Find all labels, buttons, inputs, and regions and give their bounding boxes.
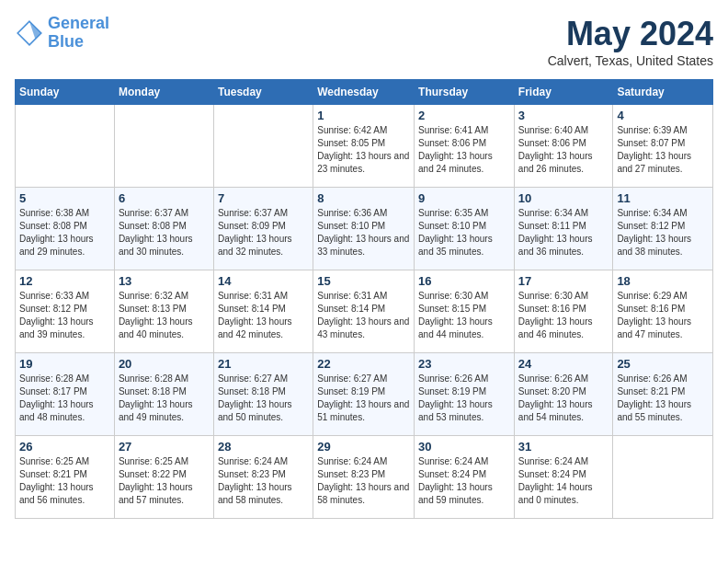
day-number: 13	[119, 274, 210, 288]
weekday-header: Tuesday	[213, 80, 313, 105]
day-info: Sunrise: 6:38 AMSunset: 8:08 PMDaylight:…	[19, 207, 110, 259]
day-info: Sunrise: 6:30 AMSunset: 8:16 PMDaylight:…	[518, 290, 609, 341]
day-info: Sunrise: 6:34 AMSunset: 8:12 PMDaylight:…	[617, 207, 709, 259]
day-info: Sunrise: 6:25 AMSunset: 8:22 PMDaylight:…	[119, 455, 210, 507]
calendar-week-row: 5Sunrise: 6:38 AMSunset: 8:08 PMDaylight…	[16, 188, 713, 270]
calendar-cell: 13Sunrise: 6:32 AMSunset: 8:13 PMDayligh…	[114, 270, 213, 353]
day-number: 8	[317, 191, 410, 205]
day-number: 18	[617, 274, 709, 288]
day-number: 17	[518, 274, 609, 288]
day-info: Sunrise: 6:28 AMSunset: 8:17 PMDaylight:…	[19, 373, 110, 424]
day-number: 7	[218, 191, 309, 205]
calendar-cell: 23Sunrise: 6:26 AMSunset: 8:19 PMDayligh…	[415, 353, 515, 436]
day-info: Sunrise: 6:27 AMSunset: 8:18 PMDaylight:…	[218, 373, 309, 424]
day-number: 2	[418, 109, 510, 122]
weekday-header: Monday	[114, 80, 213, 105]
weekday-header: Sunday	[16, 80, 115, 105]
calendar-week-row: 26Sunrise: 6:25 AMSunset: 8:21 PMDayligh…	[16, 436, 713, 519]
location: Calvert, Texas, United States	[548, 53, 713, 68]
title-block: May 2024 Calvert, Texas, United States	[548, 15, 713, 68]
calendar-cell: 18Sunrise: 6:29 AMSunset: 8:16 PMDayligh…	[613, 270, 713, 353]
calendar-cell: 16Sunrise: 6:30 AMSunset: 8:15 PMDayligh…	[415, 270, 515, 353]
day-info: Sunrise: 6:26 AMSunset: 8:19 PMDaylight:…	[418, 373, 510, 424]
calendar-cell: 22Sunrise: 6:27 AMSunset: 8:19 PMDayligh…	[313, 353, 415, 436]
calendar-cell: 5Sunrise: 6:38 AMSunset: 8:08 PMDaylight…	[16, 188, 115, 270]
calendar-cell: 28Sunrise: 6:24 AMSunset: 8:23 PMDayligh…	[213, 436, 313, 519]
day-number: 29	[317, 440, 410, 454]
day-number: 27	[119, 440, 210, 454]
calendar-cell	[613, 436, 713, 519]
day-number: 9	[418, 191, 510, 205]
day-info: Sunrise: 6:26 AMSunset: 8:21 PMDaylight:…	[617, 373, 709, 424]
day-info: Sunrise: 6:25 AMSunset: 8:21 PMDaylight:…	[19, 455, 110, 507]
day-info: Sunrise: 6:34 AMSunset: 8:11 PMDaylight:…	[518, 207, 609, 259]
day-info: Sunrise: 6:36 AMSunset: 8:10 PMDaylight:…	[317, 207, 410, 259]
day-info: Sunrise: 6:31 AMSunset: 8:14 PMDaylight:…	[317, 290, 410, 341]
weekday-header: Thursday	[415, 80, 515, 105]
calendar-cell	[114, 105, 213, 188]
day-info: Sunrise: 6:24 AMSunset: 8:23 PMDaylight:…	[317, 455, 410, 507]
day-info: Sunrise: 6:33 AMSunset: 8:12 PMDaylight:…	[19, 290, 110, 341]
day-info: Sunrise: 6:40 AMSunset: 8:06 PMDaylight:…	[518, 124, 609, 176]
day-number: 11	[617, 191, 709, 205]
day-info: Sunrise: 6:35 AMSunset: 8:10 PMDaylight:…	[418, 207, 510, 259]
logo-icon	[15, 18, 44, 48]
day-number: 4	[617, 109, 709, 122]
svg-marker-1	[29, 21, 41, 39]
month-title: May 2024	[548, 15, 713, 53]
calendar-cell: 9Sunrise: 6:35 AMSunset: 8:10 PMDaylight…	[415, 188, 515, 270]
calendar-cell: 6Sunrise: 6:37 AMSunset: 8:08 PMDaylight…	[114, 188, 213, 270]
day-number: 28	[218, 440, 309, 454]
calendar-cell: 7Sunrise: 6:37 AMSunset: 8:09 PMDaylight…	[213, 188, 313, 270]
weekday-header: Saturday	[613, 80, 713, 105]
calendar-cell: 29Sunrise: 6:24 AMSunset: 8:23 PMDayligh…	[313, 436, 415, 519]
day-info: Sunrise: 6:24 AMSunset: 8:23 PMDaylight:…	[218, 455, 309, 507]
day-number: 24	[518, 357, 609, 371]
day-number: 1	[317, 109, 410, 122]
calendar-cell: 26Sunrise: 6:25 AMSunset: 8:21 PMDayligh…	[16, 436, 115, 519]
day-number: 20	[119, 357, 210, 371]
day-number: 31	[518, 440, 609, 454]
logo-text: General Blue	[48, 15, 109, 52]
calendar-cell: 3Sunrise: 6:40 AMSunset: 8:06 PMDaylight…	[514, 105, 613, 188]
logo: General Blue	[15, 15, 109, 52]
calendar-cell	[213, 105, 313, 188]
calendar-cell: 31Sunrise: 6:24 AMSunset: 8:24 PMDayligh…	[514, 436, 613, 519]
day-info: Sunrise: 6:30 AMSunset: 8:15 PMDaylight:…	[418, 290, 510, 341]
day-number: 21	[218, 357, 309, 371]
calendar-cell	[16, 105, 115, 188]
calendar-cell: 14Sunrise: 6:31 AMSunset: 8:14 PMDayligh…	[213, 270, 313, 353]
day-info: Sunrise: 6:32 AMSunset: 8:13 PMDaylight:…	[119, 290, 210, 341]
calendar-cell: 12Sunrise: 6:33 AMSunset: 8:12 PMDayligh…	[16, 270, 115, 353]
calendar-cell: 25Sunrise: 6:26 AMSunset: 8:21 PMDayligh…	[613, 353, 713, 436]
weekday-header-row: SundayMondayTuesdayWednesdayThursdayFrid…	[16, 80, 713, 105]
calendar-cell: 15Sunrise: 6:31 AMSunset: 8:14 PMDayligh…	[313, 270, 415, 353]
calendar-cell: 2Sunrise: 6:41 AMSunset: 8:06 PMDaylight…	[415, 105, 515, 188]
calendar-cell: 27Sunrise: 6:25 AMSunset: 8:22 PMDayligh…	[114, 436, 213, 519]
calendar-table: SundayMondayTuesdayWednesdayThursdayFrid…	[15, 79, 713, 519]
day-number: 19	[19, 357, 110, 371]
day-info: Sunrise: 6:39 AMSunset: 8:07 PMDaylight:…	[617, 124, 709, 176]
day-number: 3	[518, 109, 609, 122]
calendar-cell: 1Sunrise: 6:42 AMSunset: 8:05 PMDaylight…	[313, 105, 415, 188]
day-info: Sunrise: 6:41 AMSunset: 8:06 PMDaylight:…	[418, 124, 510, 176]
day-number: 10	[518, 191, 609, 205]
calendar-cell: 30Sunrise: 6:24 AMSunset: 8:24 PMDayligh…	[415, 436, 515, 519]
day-info: Sunrise: 6:27 AMSunset: 8:19 PMDaylight:…	[317, 373, 410, 424]
day-number: 15	[317, 274, 410, 288]
calendar-week-row: 19Sunrise: 6:28 AMSunset: 8:17 PMDayligh…	[16, 353, 713, 436]
day-number: 23	[418, 357, 510, 371]
weekday-header: Friday	[514, 80, 613, 105]
calendar-cell: 20Sunrise: 6:28 AMSunset: 8:18 PMDayligh…	[114, 353, 213, 436]
day-info: Sunrise: 6:37 AMSunset: 8:09 PMDaylight:…	[218, 207, 309, 259]
day-number: 16	[418, 274, 510, 288]
day-number: 26	[19, 440, 110, 454]
calendar-week-row: 1Sunrise: 6:42 AMSunset: 8:05 PMDaylight…	[16, 105, 713, 188]
day-number: 12	[19, 274, 110, 288]
day-number: 25	[617, 357, 709, 371]
day-info: Sunrise: 6:29 AMSunset: 8:16 PMDaylight:…	[617, 290, 709, 341]
day-info: Sunrise: 6:28 AMSunset: 8:18 PMDaylight:…	[119, 373, 210, 424]
weekday-header: Wednesday	[313, 80, 415, 105]
calendar-cell: 8Sunrise: 6:36 AMSunset: 8:10 PMDaylight…	[313, 188, 415, 270]
calendar-cell: 11Sunrise: 6:34 AMSunset: 8:12 PMDayligh…	[613, 188, 713, 270]
